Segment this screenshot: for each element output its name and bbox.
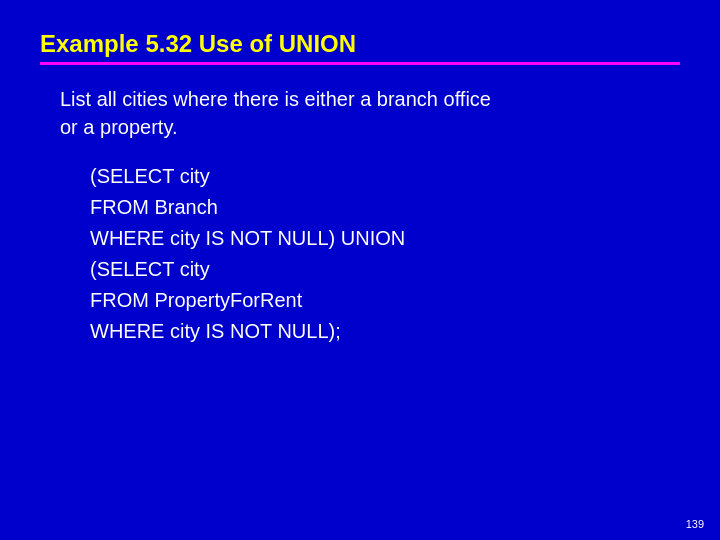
description-text: List all cities where there is either a … (60, 85, 680, 141)
content-section: List all cities where there is either a … (40, 85, 680, 347)
sql-line-5: FROM PropertyForRent (90, 285, 680, 316)
sql-line-4: (SELECT city (90, 254, 680, 285)
description-line1: List all cities where there is either a … (60, 88, 491, 110)
sql-line-6: WHERE city IS NOT NULL); (90, 316, 680, 347)
sql-block: (SELECT city FROM Branch WHERE city IS N… (60, 161, 680, 347)
sql-line-3: WHERE city IS NOT NULL) UNION (90, 223, 680, 254)
slide-container: Example 5.32 Use of UNION List all citie… (0, 0, 720, 540)
sql-line-1: (SELECT city (90, 161, 680, 192)
page-number: 139 (686, 518, 704, 530)
title-section: Example 5.32 Use of UNION (40, 30, 680, 65)
description-line2: or a property. (60, 116, 177, 138)
slide-title: Example 5.32 Use of UNION (40, 30, 680, 58)
title-underline (40, 62, 680, 65)
sql-line-2: FROM Branch (90, 192, 680, 223)
